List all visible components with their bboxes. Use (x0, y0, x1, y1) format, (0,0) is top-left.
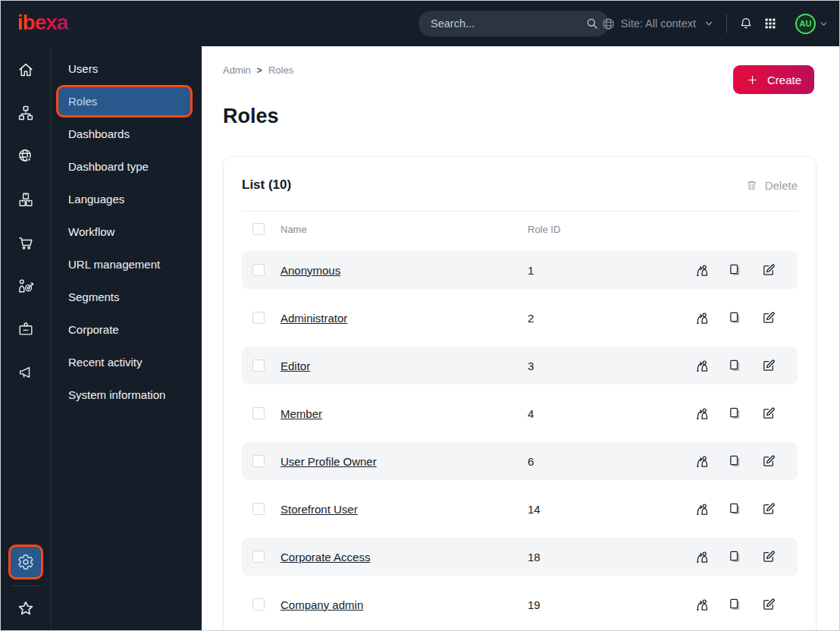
edit-icon[interactable] (761, 358, 776, 373)
create-button[interactable]: Create (733, 65, 814, 94)
role-name-link[interactable]: Editor (281, 359, 528, 372)
row-checkbox[interactable] (252, 264, 265, 276)
edit-icon[interactable] (761, 406, 776, 421)
search-input[interactable] (431, 17, 585, 30)
assign-users-icon[interactable] (694, 310, 710, 325)
menu-item-segments[interactable]: Segments (52, 281, 202, 313)
person-target-icon[interactable] (9, 269, 42, 303)
menu-item-recent-activity[interactable]: Recent activity (52, 346, 202, 378)
search-icon[interactable] (585, 17, 599, 30)
menu-item-workflow[interactable]: Workflow (52, 215, 202, 248)
notifications-bell-icon[interactable] (738, 16, 754, 31)
app-grid-icon[interactable] (763, 17, 777, 30)
row-actions (694, 406, 776, 421)
roles-list-panel: List (10) Delete Name Role ID (223, 156, 816, 630)
row-checkbox[interactable] (252, 359, 265, 372)
row-actions (694, 454, 776, 469)
topbar: ibexa Site: All context (1, 1, 839, 46)
select-all-checkbox[interactable] (252, 223, 265, 235)
row-checkbox[interactable] (252, 312, 265, 324)
role-name-link[interactable]: Corporate Access (281, 551, 528, 564)
copy-icon[interactable] (728, 454, 743, 469)
menu-item-dashboard-type[interactable]: Dashboard type (52, 150, 202, 183)
delete-button-label: Delete (765, 179, 798, 192)
copy-icon[interactable] (728, 406, 743, 421)
menu-item-corporate[interactable]: Corporate (52, 313, 202, 346)
assign-users-icon[interactable] (694, 454, 710, 469)
table-row-corporate-access: Corporate Access 18 (242, 538, 798, 576)
copy-icon[interactable] (728, 262, 743, 278)
menu-item-roles[interactable]: Roles (56, 85, 193, 118)
assign-users-icon[interactable] (694, 597, 710, 612)
row-actions (694, 549, 776, 564)
role-name-link[interactable]: User Profile Owner (281, 455, 528, 468)
copy-icon[interactable] (728, 310, 743, 325)
chevron-down-icon[interactable] (819, 19, 829, 29)
table-row-storefront-user: Storefront User 14 (242, 490, 798, 528)
row-checkbox[interactable] (252, 598, 265, 611)
topbar-right-cluster: Site: All context AU (601, 1, 829, 46)
role-id-value: 19 (528, 598, 541, 611)
globe-icon (601, 17, 616, 31)
table-row-editor: Editor 3 (242, 347, 798, 385)
role-name-link[interactable]: Anonymous (281, 264, 528, 277)
role-name-link[interactable]: Member (281, 407, 528, 420)
gear-icon[interactable] (8, 545, 43, 579)
org-chart-icon[interactable] (9, 96, 42, 130)
copy-icon[interactable] (728, 501, 743, 516)
row-checkbox[interactable] (252, 455, 265, 467)
menu-item-system-information[interactable]: System information (52, 378, 202, 411)
row-actions (694, 358, 776, 373)
row-checkbox[interactable] (252, 551, 265, 563)
row-checkbox[interactable] (252, 503, 265, 515)
copy-icon[interactable] (728, 549, 743, 564)
role-id-value: 4 (528, 407, 534, 420)
assign-users-icon[interactable] (694, 406, 710, 421)
role-name-link[interactable]: Administrator (281, 312, 528, 325)
edit-icon[interactable] (761, 597, 776, 612)
chevron-down-icon[interactable] (704, 18, 714, 29)
edit-icon[interactable] (761, 310, 776, 325)
edit-icon[interactable] (761, 549, 776, 564)
user-avatar[interactable]: AU (795, 14, 816, 34)
menu-item-users[interactable]: Users (52, 52, 202, 85)
main-content: Admin > Roles Create Roles List (10) (202, 46, 839, 630)
site-context-selector[interactable]: Site: All context (621, 17, 696, 30)
roles-table-body: Anonymous 1 (242, 251, 798, 623)
admin-menu: Users Roles Dashboards Dashboard type La… (52, 46, 202, 630)
column-header-name: Name (281, 224, 528, 235)
boxes-icon[interactable] (9, 183, 42, 216)
id-card-icon[interactable] (9, 312, 42, 346)
breadcrumb-separator: > (257, 65, 262, 76)
copy-icon[interactable] (728, 358, 743, 373)
assign-users-icon[interactable] (694, 358, 710, 373)
role-name-link[interactable]: Company admin (281, 598, 528, 611)
assign-users-icon[interactable] (694, 549, 710, 564)
menu-item-languages[interactable]: Languages (52, 183, 202, 215)
page-title: Roles (223, 105, 839, 128)
edit-icon[interactable] (761, 501, 776, 516)
star-icon[interactable] (9, 592, 42, 626)
delete-button[interactable]: Delete (745, 179, 798, 192)
ibexa-logo[interactable]: ibexa (17, 11, 68, 35)
copy-icon[interactable] (728, 597, 743, 612)
edit-icon[interactable] (761, 262, 776, 278)
sidebar-icon-rail (1, 46, 52, 630)
plus-icon (746, 74, 759, 86)
megaphone-icon[interactable] (9, 356, 42, 389)
globe-cursor-icon[interactable] (9, 140, 42, 173)
row-checkbox[interactable] (252, 407, 265, 419)
role-name-link[interactable]: Storefront User (281, 503, 528, 516)
cart-icon[interactable] (9, 226, 42, 259)
home-icon[interactable] (9, 53, 42, 86)
menu-item-dashboards[interactable]: Dashboards (52, 118, 202, 150)
edit-icon[interactable] (761, 454, 776, 469)
role-id-value: 14 (528, 503, 541, 516)
role-id-value: 3 (528, 359, 534, 372)
role-id-value: 1 (528, 264, 534, 277)
assign-users-icon[interactable] (694, 262, 710, 278)
menu-item-url-management[interactable]: URL management (52, 248, 202, 281)
breadcrumb-admin[interactable]: Admin (223, 64, 251, 76)
assign-users-icon[interactable] (694, 501, 710, 516)
row-actions (694, 501, 776, 516)
